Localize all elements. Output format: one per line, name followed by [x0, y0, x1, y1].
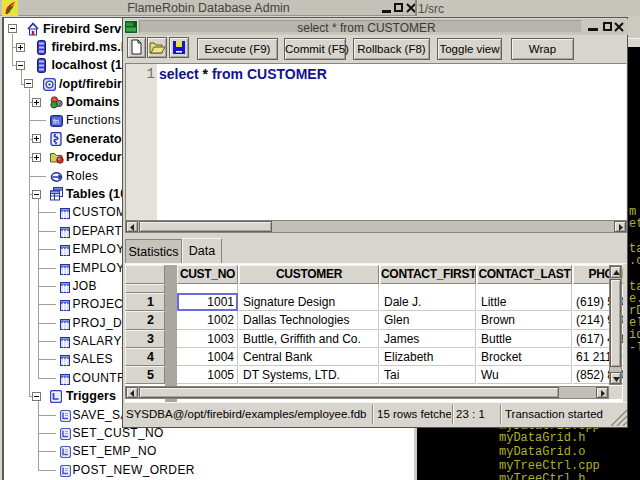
svg-text:fn: fn [53, 118, 59, 125]
